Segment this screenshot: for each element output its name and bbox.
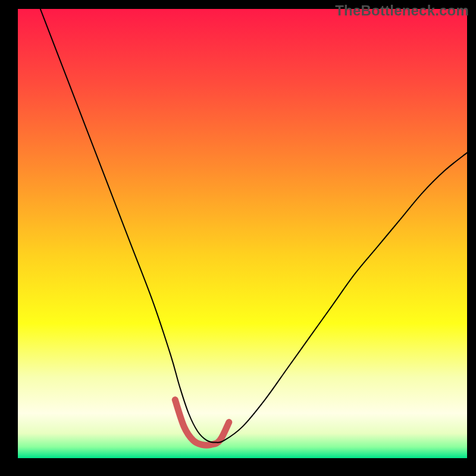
bottleneck-chart: [18, 9, 467, 458]
chart-frame: TheBottleneck.com: [0, 0, 476, 476]
watermark-text: TheBottleneck.com: [335, 2, 469, 19]
chart-background: [18, 9, 467, 458]
